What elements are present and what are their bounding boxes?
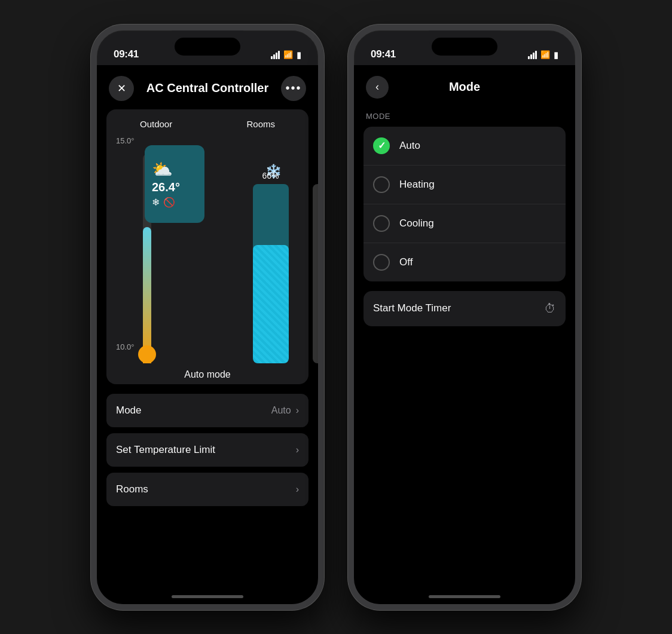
- viz-labels: Outdoor Rooms: [116, 119, 299, 129]
- temp-labels: 15.0° 10.0°: [116, 136, 135, 363]
- more-icon: •••: [285, 81, 301, 95]
- right-phone: 09:41 📶 ▮ ‹ Mode MODE: [348, 24, 581, 610]
- close-button[interactable]: ✕: [109, 76, 134, 101]
- outdoor-label: Outdoor: [140, 119, 172, 129]
- rooms-label: Rooms: [246, 119, 275, 129]
- heating-label: Heating: [399, 179, 435, 191]
- radio-heating: [373, 176, 390, 193]
- wifi-icon-right: 📶: [540, 50, 550, 59]
- mode-list: ✓ Auto Heating Cooling Off: [364, 127, 566, 281]
- weather-icon: ⛅: [152, 160, 197, 179]
- temp-limit-label: Set Temperature Limit: [116, 444, 215, 456]
- mode-chevron-icon: ›: [296, 405, 299, 416]
- thermo-fill: [143, 227, 151, 363]
- left-phone: 09:41 📶 ▮ ✕ AC Central Controller: [91, 24, 324, 610]
- battery-icon-right: ▮: [554, 50, 558, 60]
- signal-icon: [271, 51, 280, 59]
- mode-item-heating[interactable]: Heating: [364, 166, 566, 204]
- rooms-menu-label: Rooms: [116, 483, 148, 495]
- timer-button[interactable]: Start Mode Timer ⏱: [364, 291, 566, 326]
- auto-label: Auto: [399, 140, 420, 152]
- menu-items: Mode Auto › Set Temperature Limit › Room…: [106, 394, 308, 506]
- room1-pct: 66%: [262, 171, 279, 180]
- temp-high: 15.0°: [116, 136, 135, 145]
- page-title-right: Mode: [398, 80, 531, 94]
- no-fan-icon: 🚫: [163, 197, 175, 208]
- section-label: MODE: [354, 107, 575, 127]
- dynamic-island-right: [432, 38, 497, 56]
- auto-mode-label: Auto mode: [116, 369, 299, 380]
- more-button[interactable]: •••: [281, 76, 306, 101]
- outdoor-temp: 26.4°: [152, 180, 197, 194]
- menu-item-temp-limit[interactable]: Set Temperature Limit ›: [106, 433, 308, 467]
- wifi-icon: 📶: [283, 50, 293, 59]
- room1-bar-container: 66%: [247, 171, 295, 363]
- outdoor-card: ⛅ 26.4° ❄ 🚫: [145, 145, 204, 223]
- back-icon: ‹: [375, 81, 379, 93]
- mode-item-off[interactable]: Off: [364, 243, 566, 281]
- room2-bar-container: 0%: [307, 171, 318, 363]
- left-header: ✕ AC Central Controller •••: [97, 65, 318, 109]
- temp-low: 10.0°: [116, 342, 135, 351]
- weather-icons-row: ❄ 🚫: [152, 197, 197, 208]
- status-icons-left: 📶 ▮: [271, 50, 301, 60]
- right-phone-content: ‹ Mode MODE ✓ Auto Heating: [354, 65, 575, 604]
- room1-bar: [253, 184, 289, 363]
- right-header: ‹ Mode: [354, 65, 575, 107]
- mode-label: Mode: [116, 405, 142, 416]
- battery-icon: ▮: [297, 50, 301, 60]
- home-indicator-left: [172, 595, 243, 598]
- mode-value: Auto: [271, 405, 291, 416]
- time-right: 09:41: [371, 48, 396, 60]
- snowflake-icon: ❄: [152, 197, 160, 208]
- mode-right: Auto ›: [271, 405, 299, 416]
- timer-label: Start Mode Timer: [373, 302, 451, 314]
- viz-body: 15.0° 10.0° ⛅ 26.4°: [116, 136, 299, 363]
- time-left: 09:41: [114, 48, 139, 60]
- radio-off: [373, 254, 390, 271]
- room2-bar: [313, 184, 318, 363]
- menu-item-rooms[interactable]: Rooms ›: [106, 473, 308, 506]
- signal-icon-right: [528, 51, 537, 59]
- radio-auto: ✓: [373, 137, 390, 154]
- cooling-label: Cooling: [399, 218, 434, 229]
- close-icon: ✕: [117, 82, 126, 95]
- thermo-bulb: [138, 345, 156, 363]
- room1-fill: [253, 245, 289, 363]
- page-title-left: AC Central Controller: [146, 81, 268, 95]
- viz-panel: Outdoor Rooms 15.0° 10.0°: [106, 109, 308, 384]
- timer-icon: ⏱: [544, 302, 556, 316]
- dynamic-island-left: [175, 38, 240, 56]
- off-label: Off: [399, 256, 413, 268]
- radio-cooling: [373, 215, 390, 232]
- rooms-chevron-icon: ›: [296, 484, 299, 495]
- checkmark-auto: ✓: [378, 140, 386, 151]
- temp-chevron-icon: ›: [296, 445, 299, 455]
- left-phone-content: ✕ AC Central Controller ••• Outdoor Room…: [97, 65, 318, 604]
- mode-item-auto[interactable]: ✓ Auto: [364, 127, 566, 166]
- status-icons-right: 📶 ▮: [528, 50, 558, 60]
- rooms-section: ❄️ 🔥 66% 0%: [247, 164, 318, 363]
- back-button[interactable]: ‹: [366, 76, 389, 99]
- mode-item-cooling[interactable]: Cooling: [364, 204, 566, 243]
- menu-item-mode[interactable]: Mode Auto ›: [106, 394, 308, 427]
- home-indicator-right: [429, 595, 500, 598]
